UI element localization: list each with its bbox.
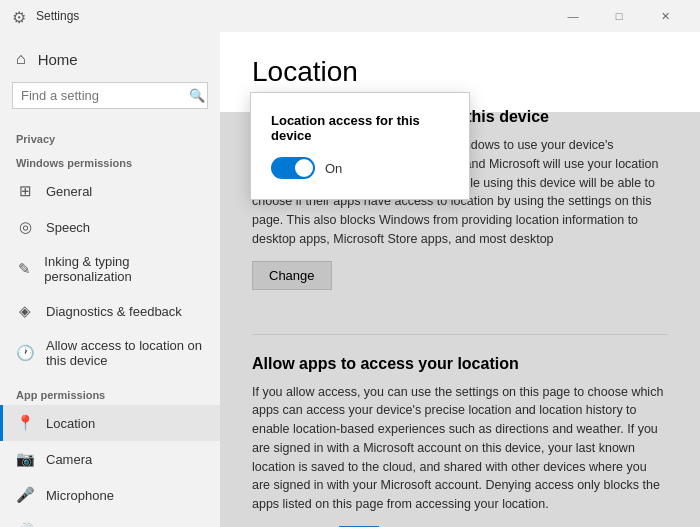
diagnostics-icon: ◈ [16,302,34,320]
sidebar-item-inking[interactable]: ✎ Inking & typing personalization [0,245,220,293]
home-icon: ⌂ [16,50,26,68]
camera-icon: 📷 [16,450,34,468]
settings-icon: ⚙ [12,8,28,24]
app-body: ⌂ Home 🔍 Privacy Windows permissions ⊞ G… [0,32,700,527]
privacy-label: Privacy [0,125,220,149]
sidebar-item-general[interactable]: ⊞ General [0,173,220,209]
popup-toggle[interactable] [271,157,315,179]
titlebar-title: Settings [36,9,550,23]
sidebar: ⌂ Home 🔍 Privacy Windows permissions ⊞ G… [0,32,220,527]
sidebar-item-home[interactable]: ⌂ Home [0,40,220,78]
sidebar-item-label: Camera [46,452,92,467]
activity-icon: 🕐 [16,344,34,362]
sidebar-item-label: Location [46,416,95,431]
popup: Location access for this device On [250,92,470,200]
titlebar-controls: — □ ✕ [550,0,688,32]
search-input[interactable] [21,88,189,103]
sidebar-item-location[interactable]: 📍 Location [0,405,220,441]
sidebar-item-label: Diagnostics & feedback [46,304,182,319]
inking-icon: ✎ [16,260,32,278]
sidebar-item-speech[interactable]: ◎ Speech [0,209,220,245]
maximize-button[interactable]: □ [596,0,642,32]
sidebar-item-label: Voice activation [46,524,136,528]
windows-permissions-label: Windows permissions [0,149,220,173]
sidebar-item-label: Speech [46,220,90,235]
app-permissions-label: App permissions [0,377,220,405]
speech-icon: ◎ [16,218,34,236]
home-label: Home [38,51,78,68]
popup-toggle-label: On [325,161,342,176]
sidebar-item-label: General [46,184,92,199]
sidebar-item-label: Inking & typing personalization [44,254,204,284]
sidebar-item-activity[interactable]: 🕐 Allow access to location on this devic… [0,329,220,377]
popup-toggle-row: On [271,157,449,179]
content-area: Location Allow access to location on thi… [220,32,700,527]
titlebar: ⚙ Settings — □ ✕ [0,0,700,32]
minimize-button[interactable]: — [550,0,596,32]
sidebar-item-diagnostics[interactable]: ◈ Diagnostics & feedback [0,293,220,329]
search-box[interactable]: 🔍 [12,82,208,109]
search-icon: 🔍 [189,88,205,103]
sidebar-item-voice[interactable]: 🔊 Voice activation [0,513,220,527]
sidebar-item-microphone[interactable]: 🎤 Microphone [0,477,220,513]
sidebar-item-label: Microphone [46,488,114,503]
location-icon: 📍 [16,414,34,432]
close-button[interactable]: ✕ [642,0,688,32]
voice-icon: 🔊 [16,522,34,527]
popup-title: Location access for this device [271,113,449,143]
microphone-icon: 🎤 [16,486,34,504]
sidebar-item-camera[interactable]: 📷 Camera [0,441,220,477]
page-title: Location [252,56,668,88]
general-icon: ⊞ [16,182,34,200]
sidebar-item-label: Allow access to location on this device [46,338,204,368]
